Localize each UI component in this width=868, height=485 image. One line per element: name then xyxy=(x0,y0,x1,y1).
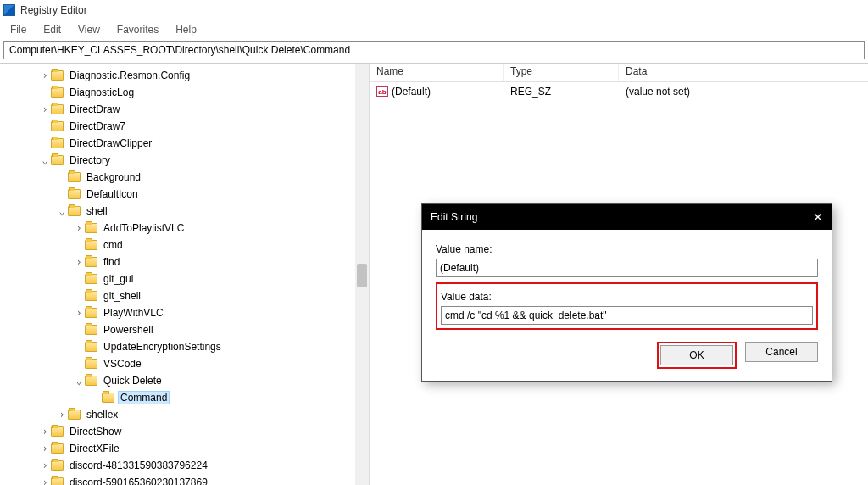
folder-icon xyxy=(85,257,97,267)
tree-scroll-thumb[interactable] xyxy=(357,264,367,287)
menu-edit[interactable]: Edit xyxy=(35,22,70,37)
tree-row[interactable]: cmd xyxy=(0,237,369,254)
tree-row[interactable]: ›shellex xyxy=(0,406,369,423)
list-row[interactable]: ab (Default) REG_SZ (value not set) xyxy=(370,82,868,101)
tree-scrollbar[interactable] xyxy=(355,64,369,485)
menu-file[interactable]: File xyxy=(2,22,35,37)
tree-label: discord-590165360230137869 xyxy=(67,476,210,485)
tree-row[interactable]: DirectDraw7 xyxy=(0,118,369,135)
cancel-button[interactable]: Cancel xyxy=(745,342,818,362)
value-data-input[interactable] xyxy=(441,306,813,325)
tree-row[interactable]: ›PlayWithVLC xyxy=(0,304,369,321)
tree-row[interactable]: ⌄shell xyxy=(0,203,369,220)
folder-icon xyxy=(51,443,64,454)
folder-icon xyxy=(68,410,81,420)
folder-icon xyxy=(51,87,64,98)
app-title: Registry Editor xyxy=(20,4,87,16)
tree-pane[interactable]: ›Diagnostic.Resmon.ConfigDiagnosticLog›D… xyxy=(0,64,370,485)
tree-row[interactable]: ⌄Quick Delete xyxy=(0,372,369,389)
folder-icon xyxy=(51,104,64,114)
tree-label: shell xyxy=(84,204,110,218)
value-data-highlight: Value data: xyxy=(436,282,818,330)
chevron-down-icon[interactable]: ⌄ xyxy=(39,154,51,166)
chevron-down-icon[interactable]: ⌄ xyxy=(73,375,85,387)
tree-row[interactable]: Command xyxy=(0,389,369,406)
menu-view[interactable]: View xyxy=(70,22,108,37)
app-icon xyxy=(3,4,15,16)
address-text: Computer\HKEY_CLASSES_ROOT\Directory\she… xyxy=(9,44,350,56)
tree-label: shellex xyxy=(84,408,120,421)
chevron-right-icon[interactable]: › xyxy=(39,477,51,485)
cell-data: (value not set) xyxy=(619,84,697,99)
folder-icon xyxy=(85,291,97,301)
tree-label: DiagnosticLog xyxy=(67,86,136,99)
chevron-right-icon[interactable]: › xyxy=(73,222,85,234)
tree-label: DirectDraw xyxy=(67,103,122,116)
tree-row[interactable]: VSCode xyxy=(0,355,369,372)
menu-favorites[interactable]: Favorites xyxy=(108,22,167,37)
titlebar: Registry Editor xyxy=(0,0,868,20)
folder-icon xyxy=(85,274,97,284)
chevron-right-icon[interactable]: › xyxy=(39,426,51,438)
menu-help[interactable]: Help xyxy=(167,22,205,37)
folder-icon xyxy=(51,477,64,485)
tree-label: Quick Delete xyxy=(101,374,164,387)
chevron-right-icon[interactable]: › xyxy=(39,70,51,81)
tree-row[interactable]: DefaultIcon xyxy=(0,186,369,203)
tree-row[interactable]: git_shell xyxy=(0,287,369,304)
tree-row[interactable]: ›AddToPlaylistVLC xyxy=(0,220,369,237)
dialog-titlebar[interactable]: Edit String ✕ xyxy=(422,204,832,230)
list-header[interactable]: Name Type Data xyxy=(370,64,868,82)
chevron-right-icon[interactable]: › xyxy=(73,307,85,319)
tree-label: VSCode xyxy=(101,357,144,371)
tree-row[interactable]: Background xyxy=(0,169,369,186)
tree-label: find xyxy=(101,255,122,269)
chevron-down-icon[interactable]: ⌄ xyxy=(56,205,68,217)
tree-row[interactable]: ⌄Directory xyxy=(0,152,369,169)
chevron-right-icon[interactable]: › xyxy=(39,460,51,471)
value-name-input[interactable] xyxy=(436,259,818,277)
folder-icon xyxy=(51,121,64,131)
tree-row[interactable]: UpdateEncryptionSettings xyxy=(0,338,369,355)
ok-highlight: OK xyxy=(657,342,737,369)
folder-icon xyxy=(51,426,64,437)
string-value-icon: ab xyxy=(376,86,388,97)
tree-label: Diagnostic.Resmon.Config xyxy=(67,69,192,82)
chevron-right-icon[interactable]: › xyxy=(56,409,68,421)
col-name[interactable]: Name xyxy=(370,64,504,81)
tree-label: DirectXFile xyxy=(67,442,122,455)
tree-row[interactable]: DirectDrawClipper xyxy=(0,135,369,152)
col-data[interactable]: Data xyxy=(619,64,654,81)
chevron-right-icon[interactable]: › xyxy=(39,103,51,115)
tree-row[interactable]: ›Diagnostic.Resmon.Config xyxy=(0,67,369,84)
tree-label: DirectDrawClipper xyxy=(67,137,154,150)
tree-row[interactable]: ›DirectShow xyxy=(0,423,369,440)
chevron-right-icon[interactable]: › xyxy=(73,256,85,268)
edit-string-dialog: Edit String ✕ Value name: Value data: OK… xyxy=(421,203,832,382)
cell-name: ab (Default) xyxy=(370,84,504,99)
dialog-buttons: OK Cancel xyxy=(436,342,818,369)
tree-label: git_gui xyxy=(101,272,136,286)
tree-row[interactable]: DiagnosticLog xyxy=(0,84,369,101)
tree-label: AddToPlaylistVLC xyxy=(101,221,186,235)
value-data-label: Value data: xyxy=(441,291,813,303)
tree-row[interactable]: ›find xyxy=(0,254,369,270)
tree-row[interactable]: ›DirectDraw xyxy=(0,101,369,118)
tree-row[interactable]: Powershell xyxy=(0,321,369,338)
col-type[interactable]: Type xyxy=(504,64,619,81)
tree-row[interactable]: ›DirectXFile xyxy=(0,440,369,457)
tree-row[interactable]: ›discord-590165360230137869 xyxy=(0,474,369,485)
address-bar[interactable]: Computer\HKEY_CLASSES_ROOT\Directory\she… xyxy=(3,41,865,59)
tree-row[interactable]: git_gui xyxy=(0,270,369,287)
ok-button[interactable]: OK xyxy=(660,345,733,365)
close-icon[interactable]: ✕ xyxy=(813,210,823,224)
tree-row[interactable]: ›discord-481331590383796224 xyxy=(0,457,369,474)
chevron-right-icon[interactable]: › xyxy=(39,443,51,454)
tree-label: cmd xyxy=(101,238,125,252)
dialog-body: Value name: Value data: OK Cancel xyxy=(422,230,832,381)
tree-label: UpdateEncryptionSettings xyxy=(101,340,224,354)
tree-label: git_shell xyxy=(101,289,143,303)
tree-label: Directory xyxy=(67,153,113,167)
dialog-title: Edit String xyxy=(431,211,477,223)
folder-icon xyxy=(85,325,97,335)
